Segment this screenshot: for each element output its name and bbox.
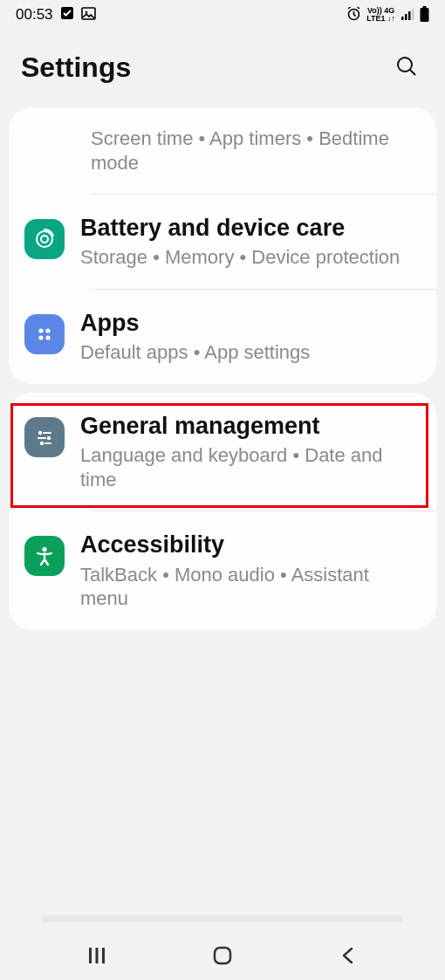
item-subtitle: Default apps • App settings (80, 340, 419, 365)
navigation-bar (0, 933, 445, 980)
clock-text: 00:53 (16, 6, 53, 24)
settings-card-2: General management Language and keyboard… (9, 393, 436, 630)
recents-icon (87, 955, 106, 968)
alarm-icon (346, 6, 361, 24)
svg-point-13 (38, 328, 43, 332)
svg-point-12 (41, 236, 48, 243)
svg-rect-26 (102, 948, 105, 963)
svg-rect-18 (43, 432, 51, 434)
svg-rect-6 (408, 11, 411, 20)
battery-care-icon (24, 219, 65, 259)
settings-item-apps[interactable]: Apps Default apps • App settings (9, 290, 436, 384)
battery-icon (420, 6, 429, 24)
svg-rect-25 (96, 948, 99, 963)
svg-rect-7 (412, 9, 414, 20)
settings-item-battery-device-care[interactable]: Battery and device care Storage • Memory… (9, 195, 436, 289)
item-title: Battery and device care (80, 214, 419, 242)
settings-item-general-management[interactable]: General management Language and keyboard… (9, 393, 436, 511)
svg-rect-9 (421, 8, 429, 22)
svg-point-11 (37, 231, 52, 247)
checkbox-icon (60, 6, 74, 24)
nav-home-button[interactable] (195, 936, 250, 977)
svg-rect-5 (405, 14, 407, 20)
item-subtitle: Screen time • App timers • Bedtime mode (91, 127, 419, 175)
svg-point-17 (38, 431, 42, 435)
nav-recents-button[interactable] (70, 937, 124, 977)
svg-point-21 (40, 442, 44, 445)
item-subtitle: TalkBack • Mono audio • Assistant menu (80, 563, 419, 611)
item-title: Apps (80, 309, 419, 337)
svg-point-19 (47, 436, 51, 440)
settings-item-accessibility[interactable]: Accessibility TalkBack • Mono audio • As… (9, 511, 436, 629)
item-subtitle: Storage • Memory • Device protection (80, 245, 419, 270)
home-icon (212, 956, 233, 969)
nav-back-button[interactable] (321, 937, 375, 977)
page-title: Settings (21, 51, 131, 84)
svg-point-10 (398, 58, 412, 72)
settings-item-digital-wellbeing[interactable]: Screen time • App timers • Bedtime mode (9, 107, 436, 194)
svg-rect-22 (44, 442, 51, 444)
item-subtitle: Language and keyboard • Date and time (80, 443, 419, 491)
network-label-bottom: LTE1 ↓↑ (366, 15, 395, 23)
app-header: Settings (0, 30, 445, 99)
svg-point-15 (38, 335, 43, 339)
svg-point-14 (45, 328, 50, 332)
search-button[interactable] (389, 49, 424, 86)
apps-icon (24, 314, 65, 354)
svg-rect-20 (38, 437, 46, 439)
svg-rect-27 (215, 948, 230, 963)
svg-point-23 (42, 547, 46, 552)
accessibility-icon (24, 536, 65, 576)
svg-point-16 (45, 335, 50, 339)
status-bar: 00:53 Vo)) 4G LTE1 ↓↑ (0, 0, 445, 30)
signal-icon (400, 7, 414, 24)
settings-card-1: Screen time • App timers • Bedtime mode … (9, 107, 436, 384)
item-title: General management (80, 412, 419, 440)
item-title: Accessibility (80, 531, 419, 559)
svg-rect-8 (423, 6, 427, 8)
svg-rect-4 (401, 17, 404, 20)
search-icon (394, 68, 419, 81)
general-management-icon (24, 417, 65, 457)
image-icon (81, 6, 96, 24)
svg-rect-24 (89, 948, 92, 963)
scroll-indicator (42, 915, 403, 922)
back-icon (339, 955, 358, 968)
